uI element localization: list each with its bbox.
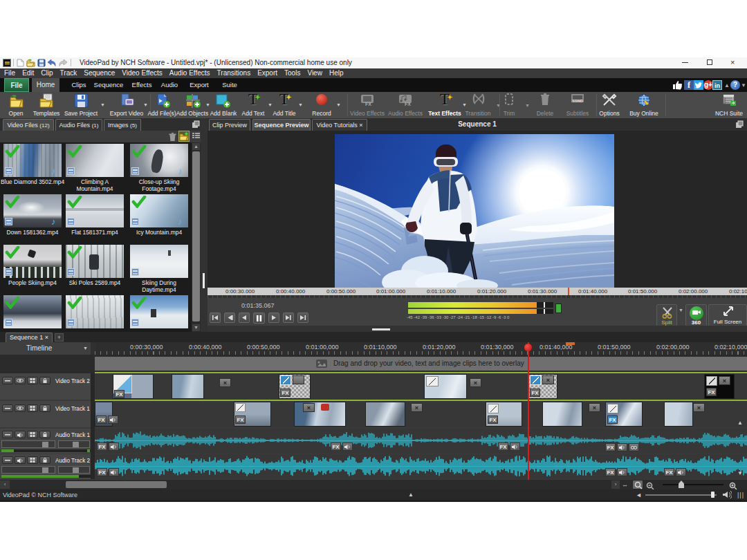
svg-text:FX: FX [405,102,411,106]
svg-text:FX: FX [365,102,371,106]
svg-text:SSND: SSND [572,99,582,103]
